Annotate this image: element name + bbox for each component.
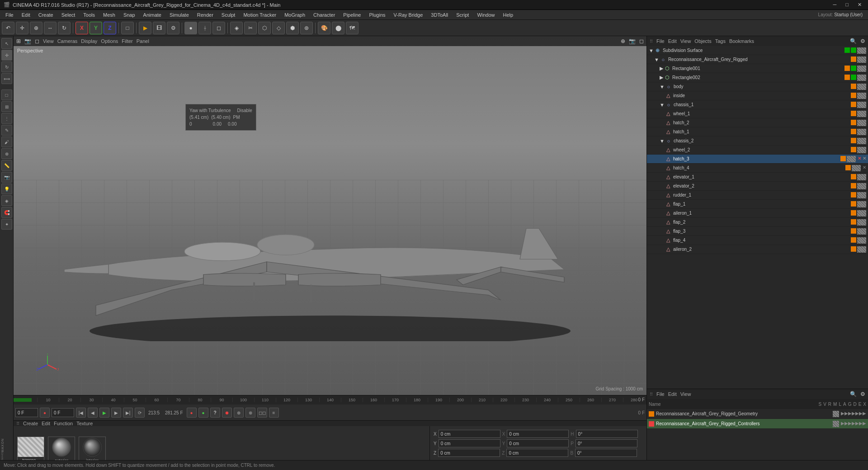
obj-body[interactable]: ▼ ○ body: [647, 82, 868, 91]
menu-file[interactable]: File: [2, 11, 17, 19]
scale-btn[interactable]: ↔: [44, 22, 57, 34]
obj-wheel1-dot[interactable]: [851, 111, 856, 116]
coord-b-input[interactable]: [575, 449, 637, 457]
coord-x-input[interactable]: [439, 430, 500, 438]
vp-panel-menu[interactable]: Panel: [137, 38, 149, 44]
attrs-config-icon[interactable]: ⚙: [860, 391, 865, 397]
current-frame-input[interactable]: [15, 408, 38, 417]
attrs-edit-menu[interactable]: Edit: [668, 391, 677, 397]
menu-character[interactable]: Character: [310, 11, 339, 19]
vp-view-menu[interactable]: View: [43, 38, 54, 44]
obj-hatch2[interactable]: △ hatch_2: [647, 118, 868, 127]
vp-filter-menu[interactable]: Filter: [122, 38, 132, 44]
obj-wheel1[interactable]: △ wheel_1: [647, 109, 868, 118]
vp-display-menu[interactable]: Display: [81, 38, 97, 44]
obj-chassis1[interactable]: ▼ ○ chassis_1: [647, 100, 868, 109]
playback-record-btn[interactable]: ●: [40, 408, 50, 418]
bevel-btn[interactable]: ◇: [272, 22, 285, 34]
mat-create-menu[interactable]: Create: [23, 421, 38, 426]
obj-elevator1[interactable]: △ elevator_1: [647, 173, 868, 182]
point-mode-btn[interactable]: ●: [184, 22, 197, 34]
menu-select[interactable]: Select: [58, 11, 79, 19]
menu-render[interactable]: Render: [193, 11, 217, 19]
poly-mode-btn[interactable]: ◻: [212, 22, 225, 34]
vp-icon2[interactable]: 📷: [629, 38, 636, 44]
menu-window[interactable]: Window: [473, 11, 498, 19]
menu-mesh[interactable]: Mesh: [99, 11, 119, 19]
render-view-btn[interactable]: ▶: [139, 22, 151, 34]
record-btn2[interactable]: ⏺: [222, 408, 232, 418]
obj-wheel2-dot[interactable]: [851, 147, 856, 152]
obj-hatch4-dot[interactable]: [845, 165, 851, 170]
play-btn[interactable]: ▶: [99, 408, 109, 418]
obj-rectangle001[interactable]: ▶ ⬡ Rectangle001: [647, 64, 868, 73]
weld-btn[interactable]: ⊛: [300, 22, 313, 34]
axis-x-btn[interactable]: X: [75, 22, 88, 34]
obj-hatch1[interactable]: △ hatch_1: [647, 127, 868, 136]
coord-z-input[interactable]: [438, 449, 500, 457]
obj-rudder1[interactable]: △ rudder_1: [647, 191, 868, 200]
obj-flap2[interactable]: △ flap_2: [647, 218, 868, 227]
menu-simulate[interactable]: Simulate: [166, 11, 193, 19]
axis-y-btn[interactable]: Y: [90, 22, 102, 34]
obj-edit-menu[interactable]: Edit: [668, 38, 677, 44]
obj-rect002-green[interactable]: [851, 75, 856, 80]
loop-btn[interactable]: ⟳: [135, 408, 145, 418]
frame-start-input[interactable]: [52, 408, 74, 417]
obj-config-icon[interactable]: ⚙: [860, 38, 865, 44]
obj-aileron2[interactable]: △ aileron_2: [647, 245, 868, 254]
menu-script[interactable]: Script: [453, 11, 472, 19]
coord-z2-input[interactable]: [506, 449, 568, 457]
obj-body-dot[interactable]: [851, 84, 856, 89]
obj-aileron1[interactable]: △ aileron_1: [647, 209, 868, 218]
rotate-btn[interactable]: ↻: [58, 22, 71, 34]
obj-hatch2-dot[interactable]: [851, 120, 856, 125]
tool-measure[interactable]: 📏: [1, 160, 12, 171]
edge-mode-btn[interactable]: ⟊: [198, 22, 211, 34]
move-btn[interactable]: ⊕: [30, 22, 42, 34]
obj-hatch3-dot[interactable]: [840, 156, 846, 161]
obj-flap3[interactable]: △ flap_3: [647, 227, 868, 236]
obj-elev1-dot[interactable]: [851, 174, 856, 179]
coord-h-input[interactable]: [576, 430, 638, 438]
obj-inside-dot[interactable]: [851, 93, 856, 98]
material-exterior[interactable]: exterior: [48, 437, 75, 464]
obj-ail1-dot[interactable]: [851, 210, 856, 216]
dope-sheet-btn[interactable]: ◻◻: [257, 408, 267, 418]
viewport[interactable]: ⊞ 📷 ◻ View Cameras Display Options Filte…: [14, 36, 646, 395]
obj-elevator2[interactable]: △ elevator_2: [647, 182, 868, 191]
obj-elev2-dot[interactable]: [851, 183, 856, 188]
attrs-search-icon[interactable]: 🔍: [850, 391, 857, 397]
keyframe-add-btn[interactable]: ⊕: [234, 408, 244, 418]
viewport-maximize-icon[interactable]: ⊞: [16, 38, 21, 44]
attr-controllers[interactable]: Reconnaissance_Aircraft_Grey_Rigged_Cont…: [647, 419, 868, 429]
obj-objects-menu[interactable]: Objects: [694, 38, 711, 44]
obj-rect002-dot[interactable]: [844, 75, 850, 80]
tool-snap[interactable]: 🧲: [1, 207, 12, 218]
menu-motion-tracker[interactable]: Motion Tracker: [240, 11, 280, 19]
menu-mograph[interactable]: MoGraph: [281, 11, 309, 19]
tool-cursor[interactable]: ↖: [1, 38, 12, 49]
subdiv-btn[interactable]: ◈: [230, 22, 243, 34]
texture-btn[interactable]: 🎨: [318, 22, 330, 34]
obj-chassis1-dot[interactable]: [851, 102, 856, 107]
obj-chassis2-dot[interactable]: [851, 138, 856, 143]
uv-btn[interactable]: 🗺: [346, 22, 359, 34]
mat-edit-menu[interactable]: Edit: [42, 421, 50, 426]
tool-light[interactable]: 💡: [1, 183, 12, 194]
coord-y-input[interactable]: [439, 439, 500, 447]
vp-cameras-menu[interactable]: Cameras: [57, 38, 78, 44]
attrs-view-menu[interactable]: View: [680, 391, 691, 397]
tool-camera[interactable]: 📷: [1, 172, 12, 183]
tool-box[interactable]: □: [1, 89, 12, 100]
coord-x2-input[interactable]: [507, 430, 569, 438]
obj-subdivision-surface[interactable]: ▼ ⊕ Subdivision Surface: [647, 46, 868, 55]
obj-inside[interactable]: △ inside: [647, 91, 868, 100]
menu-3dtoall[interactable]: 3DToAll: [427, 11, 452, 19]
obj-file-menu[interactable]: File: [656, 38, 665, 44]
obj-rectangle002[interactable]: ▶ ⬡ Rectangle002: [647, 73, 868, 82]
obj-rect001-green[interactable]: [851, 66, 856, 71]
obj-search-icon[interactable]: 🔍: [850, 38, 857, 44]
obj-bookmarks-menu[interactable]: Bookmarks: [729, 38, 754, 44]
question-btn[interactable]: ?: [210, 408, 220, 418]
